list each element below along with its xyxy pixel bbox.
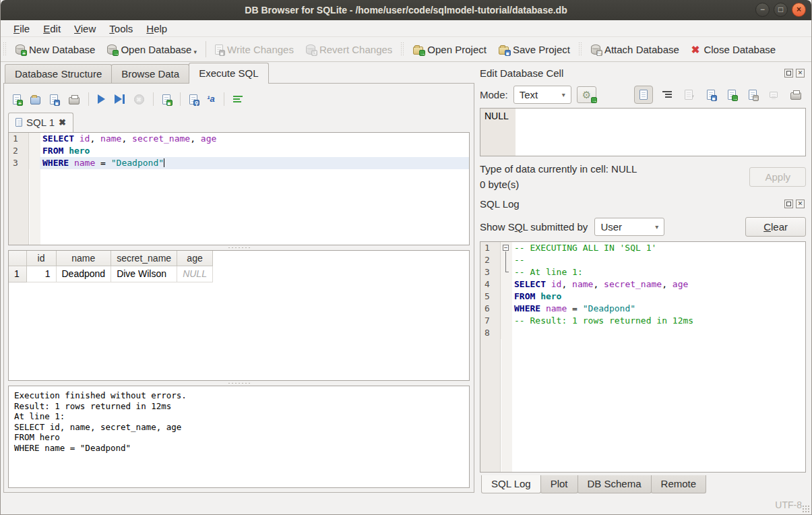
column-header-id[interactable]: id	[26, 251, 56, 266]
copy-link-icon[interactable]: ∞	[745, 87, 760, 102]
attach-database-button[interactable]: ⇵ Attach Database	[585, 40, 685, 59]
code-line: 3-- At line 1:	[480, 266, 805, 278]
tab-db-schema[interactable]: DB Schema	[577, 475, 652, 493]
horizontal-splitter[interactable]	[8, 245, 470, 250]
row-number[interactable]: 1	[9, 266, 26, 282]
close-icon[interactable]: ×	[792, 3, 806, 17]
tab-execute-sql[interactable]: Execute SQL	[189, 63, 268, 84]
bottom-tab-bar: SQL Log Plot DB Schema Remote	[480, 475, 806, 495]
auto-complete-icon[interactable]: ¹a	[204, 91, 218, 107]
main-tab-bar: Database Structure Browse Data Execute S…	[3, 63, 474, 84]
menu-bar: File Edit View Tools Help	[1, 20, 811, 37]
edit-cell-title: Edit Database Cell	[480, 67, 784, 79]
menu-edit[interactable]: Edit	[37, 22, 67, 36]
app-window: DB Browser for SQLite - /home/user/code/…	[0, 0, 812, 515]
tab-database-structure[interactable]: Database Structure	[5, 64, 112, 84]
close-dock-icon[interactable]: ✕	[796, 200, 805, 208]
export-data-icon[interactable]: ■	[704, 87, 718, 102]
window-controls: − □ ×	[755, 3, 806, 17]
close-database-icon: ✖	[691, 44, 700, 55]
cell-id[interactable]: 1	[26, 266, 56, 282]
close-tab-icon[interactable]: ✖	[59, 117, 66, 127]
menu-view[interactable]: View	[68, 22, 102, 36]
save-sql-file-icon[interactable]: ■▾	[46, 92, 63, 107]
code-line: 5FROM hero	[480, 291, 805, 303]
set-null-icon[interactable]	[766, 89, 781, 100]
cell-name[interactable]: Deadpond	[56, 266, 111, 282]
open-project-icon: →	[413, 47, 423, 55]
code-line: 1−-- EXECUTING ALL IN 'SQL 1'	[480, 242, 805, 254]
menu-file[interactable]: File	[7, 22, 36, 36]
mode-select[interactable]: Text ▾	[513, 86, 571, 104]
cell-info-row: Type of data currently in cell: NULL 0 b…	[480, 156, 806, 194]
menu-help[interactable]: Help	[140, 22, 173, 36]
find-icon[interactable]: ⚲	[186, 92, 201, 107]
save-results-icon[interactable]: ■▾	[159, 92, 175, 107]
code-line: 6WHERE name = "Deadpond"	[480, 303, 805, 315]
toolbar-handle[interactable]	[578, 42, 583, 57]
sql-editor[interactable]: 1SELECT id, name, secret_name, age2FROM …	[8, 132, 470, 245]
open-database-dropdown-icon[interactable]: ▾	[193, 49, 197, 55]
format-sql-icon[interactable]	[230, 92, 246, 106]
column-header-secret-name[interactable]: secret_name	[111, 251, 177, 266]
new-database-button[interactable]: + New Database	[9, 40, 101, 59]
cell-value-editor[interactable]: NULL	[480, 108, 806, 156]
filter-label: Show SQL submitted by	[480, 221, 588, 233]
print-icon[interactable]	[65, 92, 83, 107]
open-sql-file-icon[interactable]	[27, 92, 44, 107]
cell-age[interactable]: NULL	[177, 266, 213, 282]
close-dock-icon[interactable]: ✕	[796, 69, 805, 78]
execute-sql-pane: + ■▾ ✖ ■▾ ⚲ ¹a	[3, 83, 474, 493]
encoding-indicator: UTF-8	[775, 499, 802, 510]
print-cell-icon[interactable]	[787, 87, 805, 102]
word-wrap-icon[interactable]	[659, 88, 675, 101]
gear-icon: ⚙	[582, 90, 591, 100]
fold-collapse-icon[interactable]: −	[503, 245, 509, 251]
open-project-button[interactable]: → Open Project	[407, 40, 493, 59]
revert-changes-button[interactable]: ↺ Revert Changes	[300, 40, 398, 59]
apply-button[interactable]: Apply	[749, 167, 806, 187]
open-in-external-icon[interactable]: →	[724, 87, 739, 102]
execution-message-box[interactable]: Execution finished without errors. Resul…	[8, 386, 470, 488]
tab-browse-data[interactable]: Browse Data	[111, 64, 189, 84]
tab-plot[interactable]: Plot	[540, 475, 578, 493]
sql-log-view[interactable]: 1−-- EXECUTING ALL IN 'SQL 1'2--3-- At l…	[480, 241, 806, 473]
tab-remote[interactable]: Remote	[651, 475, 707, 493]
corner-header[interactable]	[9, 251, 26, 266]
text-mode-icon[interactable]	[634, 86, 653, 104]
code-line: 4SELECT id, name, secret_name, age	[480, 278, 805, 291]
auto-apply-button[interactable]: ⚙→	[577, 86, 596, 103]
submitted-by-select[interactable]: User ▾	[594, 218, 664, 236]
cell-mode-row: Mode: Text ▾ ⚙→ ▾ ■ → ∞	[480, 81, 806, 108]
execute-current-line-icon[interactable]	[111, 92, 128, 107]
cell-editor-toolbar: ▾ ■ → ∞	[634, 86, 805, 104]
tab-sql-log[interactable]: SQL Log	[481, 475, 541, 493]
float-dock-icon[interactable]	[784, 200, 793, 208]
write-changes-button[interactable]: ■ Write Changes	[209, 40, 300, 59]
close-database-button[interactable]: ✖ Close Database	[685, 40, 782, 59]
toolbar-handle[interactable]	[400, 42, 405, 57]
horizontal-splitter[interactable]	[8, 381, 470, 386]
float-dock-icon[interactable]	[784, 69, 793, 78]
column-header-age[interactable]: age	[177, 251, 213, 266]
maximize-icon[interactable]: □	[774, 3, 788, 17]
execute-all-icon[interactable]	[94, 92, 108, 107]
open-database-button[interactable]: → Open Database ▾	[101, 40, 203, 59]
code-line: 3WHERE name = "Deadpond"	[9, 157, 469, 169]
import-data-icon[interactable]: ▾	[681, 87, 697, 102]
sql-doc-tab[interactable]: SQL 1 ✖	[8, 113, 73, 132]
sql-log-title: SQL Log	[480, 198, 784, 210]
column-header-name[interactable]: name	[56, 251, 111, 266]
clear-log-button[interactable]: Clear	[745, 217, 806, 237]
text-cursor	[164, 158, 164, 167]
status-bar: UTF-8	[1, 495, 811, 514]
toolbar-handle[interactable]	[3, 42, 7, 57]
minimize-icon[interactable]: −	[755, 3, 770, 17]
menu-tools[interactable]: Tools	[103, 22, 139, 36]
new-sql-tab-icon[interactable]: +	[9, 92, 24, 107]
cell-secret-name[interactable]: Dive Wilson	[111, 266, 177, 282]
code-line: 8	[480, 327, 805, 339]
save-project-button[interactable]: ■ Save Project	[493, 40, 576, 59]
resize-grip-icon[interactable]	[802, 505, 810, 513]
stop-execution-icon[interactable]: ✖	[131, 92, 148, 107]
